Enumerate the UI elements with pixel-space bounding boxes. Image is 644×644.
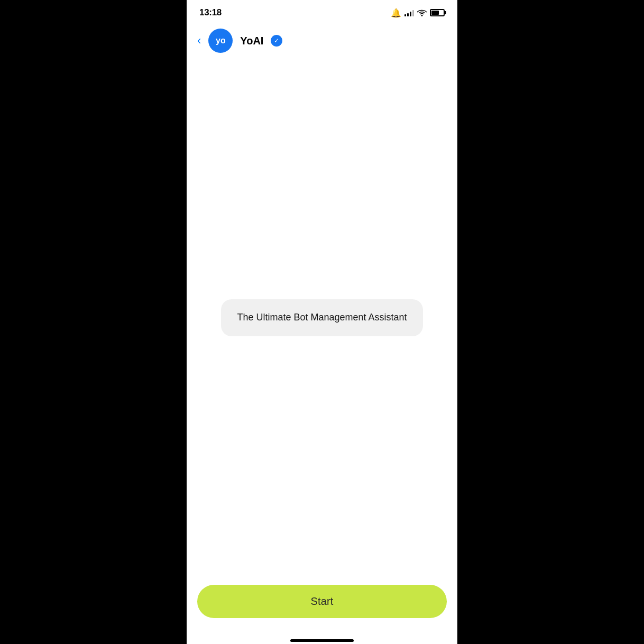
verified-badge: ✓ — [271, 35, 282, 47]
phone-frame: 13:18 🔔 ‹ yo YoAI ✓ — [187, 0, 457, 644]
bottom-area: Start — [187, 576, 457, 635]
home-bar — [290, 639, 354, 642]
wifi-icon — [417, 9, 427, 16]
status-time: 13:18 — [199, 7, 222, 18]
back-button[interactable]: ‹ — [197, 35, 201, 47]
status-icons: 🔔 — [391, 8, 445, 18]
signal-icon — [404, 9, 414, 16]
message-bubble: The Ultimate Bot Management Assistant — [221, 299, 422, 336]
main-content: The Ultimate Bot Management Assistant — [187, 59, 457, 576]
start-button[interactable]: Start — [197, 585, 447, 618]
status-bar: 13:18 🔔 — [187, 0, 457, 22]
battery-icon — [430, 9, 445, 16]
home-indicator — [187, 635, 457, 644]
nav-header: ‹ yo YoAI ✓ — [187, 22, 457, 59]
avatar: yo — [208, 29, 233, 53]
message-text: The Ultimate Bot Management Assistant — [237, 312, 407, 323]
app-name: YoAI — [240, 35, 263, 47]
bell-icon: 🔔 — [391, 8, 401, 18]
